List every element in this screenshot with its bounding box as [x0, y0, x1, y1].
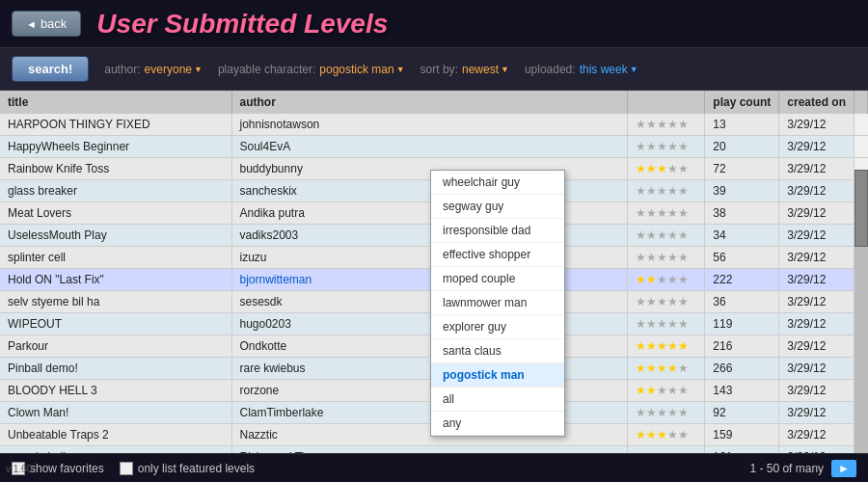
- cell-date: 3/29/12: [779, 269, 854, 291]
- sort-label: sort by:: [420, 63, 458, 76]
- cell-date: 3/29/12: [779, 202, 854, 225]
- cell-playcount: 216: [705, 335, 779, 358]
- cell-playcount: 34: [705, 225, 779, 247]
- cell-author: Soul4EvA: [231, 136, 628, 158]
- dropdown-item[interactable]: wheelchair guy: [431, 171, 564, 195]
- cell-title: UselessMouth Play: [0, 225, 231, 247]
- cell-stars: ★★★★★: [628, 136, 705, 158]
- cell-stars: ★★★★★: [628, 402, 705, 424]
- featured-only-checkbox[interactable]: [120, 462, 133, 475]
- cell-title: glass breaker: [0, 180, 231, 202]
- character-dropdown-menu[interactable]: wheelchair guysegway guyirresponsible da…: [430, 170, 565, 437]
- search-button[interactable]: search!: [12, 56, 89, 82]
- cell-date: 3/29/12: [779, 424, 854, 446]
- cell-date: 3/29/12: [779, 380, 854, 402]
- cell-playcount: 119: [705, 313, 779, 335]
- table-row[interactable]: HARPOON THINGY FIXEDjohnisnotawson★★★★★1…: [0, 114, 868, 136]
- pagination-text: 1 - 50 of many: [749, 462, 824, 475]
- dropdown-item[interactable]: segway guy: [431, 195, 564, 219]
- footer-right: 1 - 50 of many ►: [749, 460, 856, 477]
- character-filter: playable character: pogostick man: [218, 63, 405, 76]
- cell-stars: ★★★★★: [628, 247, 705, 269]
- character-dropdown[interactable]: pogostick man: [319, 63, 404, 76]
- cell-stars: ★★★★★: [628, 180, 705, 202]
- scrollbar-track[interactable]: [854, 170, 868, 453]
- cell-stars: ★★★★★: [628, 291, 705, 313]
- col-title: title: [0, 91, 231, 114]
- featured-only-group: only list featured levels: [120, 462, 255, 475]
- col-author: author: [231, 91, 628, 114]
- uploaded-dropdown[interactable]: this week: [580, 63, 638, 76]
- cell-playcount: 72: [705, 158, 779, 180]
- cell-playcount: 266: [705, 358, 779, 380]
- cell-date: 3/29/12: [779, 247, 854, 269]
- cell-date: 3/29/12: [779, 225, 854, 247]
- cell-title: Parkour: [0, 335, 231, 358]
- dropdown-item[interactable]: irresponsible dad: [431, 219, 564, 243]
- dropdown-item[interactable]: pogostick man: [431, 363, 564, 388]
- table-row[interactable]: HappyWheels BeginnerSoul4EvA★★★★★203/29/…: [0, 136, 868, 158]
- cell-stars: ★★★★★: [628, 225, 705, 247]
- cell-playcount: 56: [705, 247, 779, 269]
- cell-date: 3/29/12: [779, 136, 854, 158]
- uploaded-filter: uploaded: this week: [525, 63, 638, 76]
- cell-stars: ★★★★★: [628, 202, 705, 225]
- cell-author: johnisnotawson: [231, 114, 628, 136]
- dropdown-item[interactable]: moped couple: [431, 267, 564, 291]
- cell-title: HARPOON THINGY FIXED: [0, 114, 231, 136]
- footer: show favorites only list featured levels…: [0, 453, 868, 482]
- cell-title: splinter cell: [0, 247, 231, 269]
- table-row[interactable]: sword challengeRichmond Tigers★★★★★1613/…: [0, 446, 868, 454]
- cell-title: Clown Man!: [0, 402, 231, 424]
- cell-playcount: 159: [705, 424, 779, 446]
- show-favorites-label: show favorites: [30, 462, 104, 475]
- cell-title: WIPEOUT: [0, 313, 231, 335]
- dropdown-item[interactable]: effective shopper: [431, 243, 564, 267]
- cell-stars: ★★★★★: [628, 269, 705, 291]
- cell-title: Pinball demo!: [0, 358, 231, 380]
- cell-stars: ★★★★★: [628, 335, 705, 358]
- cell-date: 3/29/12: [779, 114, 854, 136]
- cell-playcount: 161: [705, 446, 779, 454]
- cell-stars: ★★★★★: [628, 358, 705, 380]
- author-dropdown[interactable]: everyone: [145, 63, 203, 76]
- featured-only-label: only list featured levels: [138, 462, 255, 475]
- sort-dropdown[interactable]: newest: [462, 63, 509, 76]
- scrollbar-thumb[interactable]: [854, 170, 868, 247]
- cell-title: BLOODY HELL 3: [0, 380, 231, 402]
- col-playcount: play count: [705, 91, 779, 114]
- cell-playcount: 39: [705, 180, 779, 202]
- cell-stars: ★★★★★: [628, 114, 705, 136]
- next-page-button[interactable]: ►: [831, 460, 856, 477]
- cell-date: 3/29/12: [779, 402, 854, 424]
- dropdown-item[interactable]: explorer guy: [431, 315, 564, 339]
- cell-title: Meat Lovers: [0, 202, 231, 225]
- author-label: author:: [104, 63, 140, 76]
- cell-playcount: 13: [705, 114, 779, 136]
- cell-title: Rainbow Knife Toss: [0, 158, 231, 180]
- cell-date: 3/29/12: [779, 335, 854, 358]
- cell-date: 3/29/12: [779, 446, 854, 454]
- dropdown-item[interactable]: any: [431, 412, 564, 436]
- cell-date: 3/29/12: [779, 358, 854, 380]
- cell-playcount: 222: [705, 269, 779, 291]
- cell-playcount: 20: [705, 136, 779, 158]
- cell-stars: ★★★★★: [628, 158, 705, 180]
- dropdown-item[interactable]: lawnmower man: [431, 291, 564, 315]
- sort-filter: sort by: newest: [420, 63, 509, 76]
- header: back User Submitted Levels: [0, 0, 868, 48]
- cell-stars: ★★★★★: [628, 446, 705, 454]
- cell-stars: ★★★★★: [628, 313, 705, 335]
- cell-title: HappyWheels Beginner: [0, 136, 231, 158]
- col-created: created on: [779, 91, 854, 114]
- cell-title: Hold ON "Last Fix": [0, 269, 231, 291]
- cell-playcount: 36: [705, 291, 779, 313]
- dropdown-item[interactable]: santa claus: [431, 339, 564, 363]
- cell-title: selv styeme bil ha: [0, 291, 231, 313]
- uploaded-label: uploaded:: [525, 63, 576, 76]
- dropdown-item[interactable]: all: [431, 388, 564, 412]
- controls-bar: search! author: everyone playable charac…: [0, 48, 868, 91]
- back-button[interactable]: back: [12, 11, 81, 37]
- cell-date: 3/29/12: [779, 158, 854, 180]
- cell-title: sword challenge: [0, 446, 231, 454]
